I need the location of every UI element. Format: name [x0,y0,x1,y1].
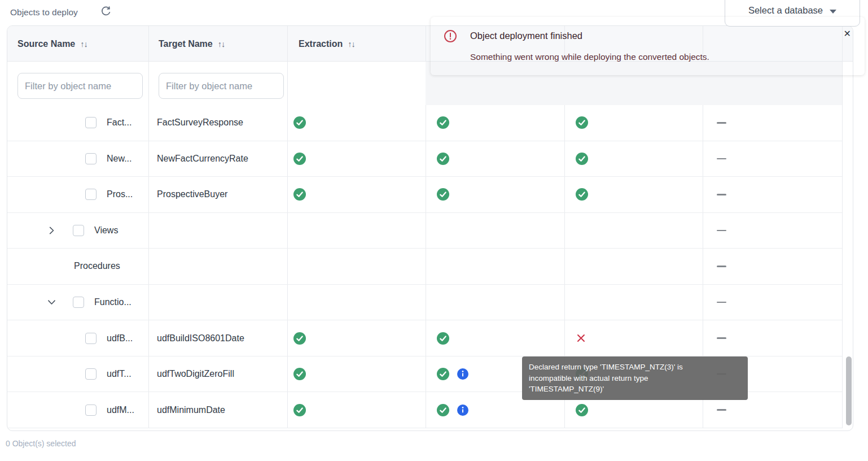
source-name: udfB... [107,333,133,343]
row-checkbox[interactable] [73,297,84,308]
column-header-target-name[interactable]: Target Name ↑↓ [159,26,225,62]
source-name-cell: udfB... [7,320,148,356]
column-header-source-name[interactable]: Source Name ↑↓ [17,26,87,62]
row-checkbox[interactable] [85,153,97,164]
column-divider [842,26,843,428]
sort-icon: ↑↓ [218,40,225,49]
database-selector-label: Select a database [748,5,823,16]
target-name-cell [148,249,287,284]
not-executed-icon [717,302,726,303]
row-checkbox[interactable] [73,225,84,236]
table-row: Procedures [7,249,842,285]
table-row: Fact...FactSurveyResponse [7,105,842,141]
source-name: Views [94,225,118,236]
toast-title: Object deployment finished [470,31,582,41]
row-checkbox[interactable] [85,405,97,416]
refresh-icon [100,11,112,19]
target-name-cell [148,213,287,249]
target-name: NewFactCurrencyRate [157,154,248,164]
target-name-cell [148,285,287,320]
conversion-status-cell [437,105,449,141]
page-title: Objects to deploy [10,7,78,18]
target-name-cell: ProspectiveBuyer [148,177,287,212]
close-icon[interactable]: ✕ [843,27,852,40]
source-name: udfM... [107,405,134,415]
chevron-down-icon[interactable] [47,298,56,307]
success-icon [576,188,588,201]
chevron-right-icon[interactable] [47,225,56,235]
target-name-filter-input[interactable] [159,73,284,99]
target-name: udfMinimumDate [157,405,225,415]
source-name-cell: udfM... [7,392,148,428]
row-checkbox[interactable] [85,333,97,344]
success-icon [437,404,449,416]
deployment-status-cell [576,105,588,141]
sort-icon: ↑↓ [80,40,87,49]
source-name: Procedures [74,261,120,271]
row-checkbox[interactable] [85,117,97,128]
extraction-status-cell [293,141,306,177]
target-name-cell: NewFactCurrencyRate [148,141,287,177]
conversion-status-cell [437,177,449,212]
success-icon [293,332,306,345]
column-header-extraction[interactable]: Extraction ↑↓ [299,26,355,62]
extraction-status-cell [293,356,306,392]
table-row: udfB...udfBuildISO8601Date [7,320,842,356]
info-icon[interactable] [457,368,468,380]
conversion-status-cell [437,320,449,356]
not-executed-icon [717,266,726,267]
not-executed-icon [717,337,726,339]
not-executed-icon [717,122,726,124]
error-alert-icon [444,29,457,43]
deployment-status-cell [576,177,588,212]
refresh-button[interactable] [99,5,113,19]
vertical-scrollbar-thumb[interactable] [846,356,852,425]
extraction-status-cell [293,392,306,428]
not-executed-icon [717,158,726,160]
migration-status-cell [717,320,726,356]
success-icon [437,153,449,165]
row-checkbox[interactable] [85,368,97,380]
source-name-cell: Functio... [7,285,148,320]
info-icon[interactable] [457,405,468,416]
migration-status-cell [717,177,726,212]
source-name-cell: New... [7,141,148,177]
migration-status-cell [717,105,726,141]
table-row: Pros...ProspectiveBuyer [7,177,842,213]
target-name-cell: FactSurveyResponse [148,105,287,141]
deployment-status-cell [576,320,586,356]
source-name: Pros... [107,189,133,199]
not-executed-icon [717,409,726,411]
deployment-error-tooltip: Declared return type 'TIMESTAMP_NTZ(3)' … [522,356,748,400]
column-header-label: Target Name [159,39,213,49]
extraction-status-cell [293,320,306,356]
success-icon [293,404,306,416]
source-name-filter-input[interactable] [17,73,143,99]
target-name: udfTwoDigitZeroFill [157,369,234,379]
column-header-label: Source Name [17,39,75,49]
source-name-cell: udfT... [7,356,148,392]
table-row: Views [7,213,842,249]
not-executed-icon [717,230,726,232]
chevron-down-icon [830,10,836,14]
column-header-label: Extraction [299,39,343,49]
conversion-status-cell [437,356,468,392]
target-name-cell: udfTwoDigitZeroFill [148,356,287,392]
selected-count: 0 Object(s) selected [6,439,76,448]
target-name-cell: udfBuildISO8601Date [148,320,287,356]
migration-status-cell [717,285,726,320]
target-name: udfBuildISO8601Date [157,333,244,343]
error-toast: Object deployment finished Something wen… [431,17,865,75]
extraction-status-cell [293,105,306,141]
conversion-status-cell [437,392,468,428]
row-checkbox[interactable] [85,189,97,200]
source-name-cell: Procedures [7,249,148,284]
conversion-status-cell [437,141,449,177]
success-icon [437,368,449,380]
success-icon [437,188,449,201]
source-name: udfT... [107,369,131,379]
source-name-cell: Pros... [7,177,148,212]
success-icon [293,368,306,380]
migration-status-cell [717,141,726,177]
target-name: ProspectiveBuyer [157,189,227,199]
